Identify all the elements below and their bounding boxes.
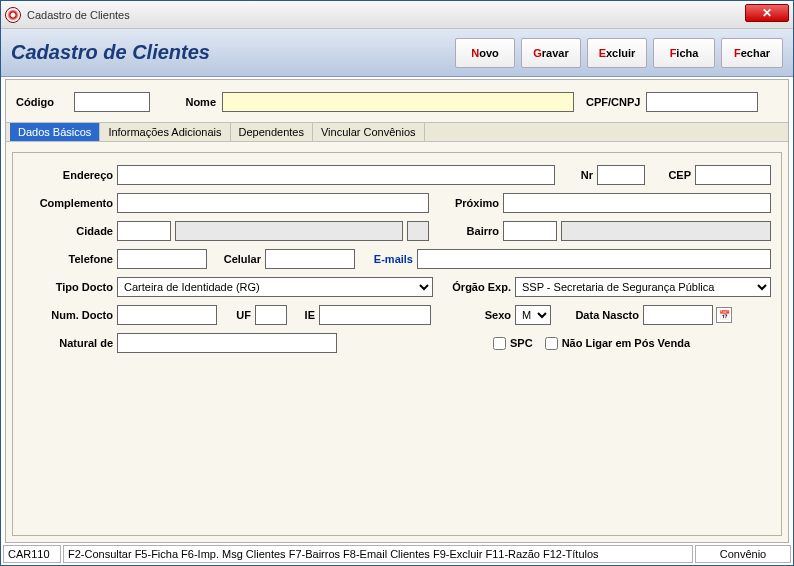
nome-label: Nome	[168, 96, 216, 108]
spc-checkbox-wrap[interactable]: SPC	[493, 337, 533, 350]
cep-input[interactable]	[695, 165, 771, 185]
excluir-button[interactable]: Excluir	[587, 38, 647, 68]
window-title: Cadastro de Clientes	[27, 9, 130, 21]
status-hints: F2-Consultar F5-Ficha F6-Imp. Msg Client…	[63, 545, 693, 563]
body-area: Código Nome CPF/CNPJ Dados Básicos Infor…	[5, 79, 789, 543]
naoligar-checkbox[interactable]	[545, 337, 558, 350]
search-row: Código Nome CPF/CNPJ	[6, 80, 788, 122]
proximo-label: Próximo	[433, 197, 499, 209]
nr-label: Nr	[565, 169, 593, 181]
sexo-label: Sexo	[435, 309, 511, 321]
naturalde-input[interactable]	[117, 333, 337, 353]
numdocto-input[interactable]	[117, 305, 217, 325]
uf-label: UF	[221, 309, 251, 321]
page-title: Cadastro de Clientes	[11, 41, 449, 64]
complemento-label: Complemento	[23, 197, 113, 209]
main-window: Cadastro de Clientes ✕ Cadastro de Clien…	[0, 0, 794, 566]
status-convenio[interactable]: Convênio	[695, 545, 791, 563]
tipodocto-select[interactable]: Carteira de Identidade (RG)	[117, 277, 433, 297]
app-icon	[5, 7, 21, 23]
nr-input[interactable]	[597, 165, 645, 185]
datanascto-input[interactable]	[643, 305, 713, 325]
cidade-uf-input[interactable]	[407, 221, 429, 241]
numdocto-label: Num. Docto	[23, 309, 113, 321]
celular-input[interactable]	[265, 249, 355, 269]
cep-label: CEP	[655, 169, 691, 181]
tab-dados-basicos[interactable]: Dados Básicos	[10, 123, 100, 141]
tab-dependentes[interactable]: Dependentes	[231, 123, 313, 141]
spc-label: SPC	[510, 337, 533, 349]
emails-link[interactable]: E-mails	[359, 253, 413, 265]
naoligar-label: Não Ligar em Pós Venda	[562, 337, 690, 349]
fechar-button[interactable]: Fechar	[721, 38, 783, 68]
celular-label: Celular	[211, 253, 261, 265]
spc-checkbox[interactable]	[493, 337, 506, 350]
endereco-input[interactable]	[117, 165, 555, 185]
sexo-select[interactable]: M	[515, 305, 551, 325]
telefone-input[interactable]	[117, 249, 207, 269]
tab-informacoes-adicionais[interactable]: Informações Adicionais	[100, 123, 230, 141]
nome-input[interactable]	[222, 92, 574, 112]
window-close-button[interactable]: ✕	[745, 4, 789, 22]
telefone-label: Telefone	[23, 253, 113, 265]
codigo-input[interactable]	[74, 92, 150, 112]
uf-input[interactable]	[255, 305, 287, 325]
bairro-label: Bairro	[433, 225, 499, 237]
status-code: CAR110	[3, 545, 61, 563]
tab-vincular-convenios[interactable]: Vincular Convênios	[313, 123, 425, 141]
complemento-input[interactable]	[117, 193, 429, 213]
tab-strip: Dados Básicos Informações Adicionais Dep…	[6, 122, 788, 142]
cidade-label: Cidade	[23, 225, 113, 237]
bairro-cod-input[interactable]	[503, 221, 557, 241]
header-band: Cadastro de Clientes Novo Gravar Excluir…	[1, 29, 793, 77]
emails-input[interactable]	[417, 249, 771, 269]
codigo-label: Código	[16, 96, 68, 108]
naturalde-label: Natural de	[23, 337, 113, 349]
ficha-button[interactable]: Ficha	[653, 38, 715, 68]
ie-label: IE	[291, 309, 315, 321]
naoligar-checkbox-wrap[interactable]: Não Ligar em Pós Venda	[545, 337, 690, 350]
cidade-cod-input[interactable]	[117, 221, 171, 241]
ie-input[interactable]	[319, 305, 431, 325]
bairro-nome-input[interactable]	[561, 221, 771, 241]
proximo-input[interactable]	[503, 193, 771, 213]
gravar-button[interactable]: Gravar	[521, 38, 581, 68]
orgaoexp-label: Órgão Exp.	[437, 281, 511, 293]
calendar-icon[interactable]: 📅	[716, 307, 732, 323]
novo-button[interactable]: Novo	[455, 38, 515, 68]
titlebar: Cadastro de Clientes ✕	[1, 1, 793, 29]
orgaoexp-select[interactable]: SSP - Secretaria de Segurança Pública	[515, 277, 771, 297]
statusbar: CAR110 F2-Consultar F5-Ficha F6-Imp. Msg…	[3, 545, 791, 563]
cidade-nome-input[interactable]	[175, 221, 403, 241]
cpf-label: CPF/CNPJ	[586, 96, 640, 108]
close-icon: ✕	[762, 6, 772, 20]
endereco-label: Endereço	[23, 169, 113, 181]
form-panel: Endereço Nr CEP Complemento Próximo Cida…	[12, 152, 782, 536]
tipodocto-label: Tipo Docto	[23, 281, 113, 293]
cpf-input[interactable]	[646, 92, 758, 112]
datanascto-label: Data Nascto	[555, 309, 639, 321]
